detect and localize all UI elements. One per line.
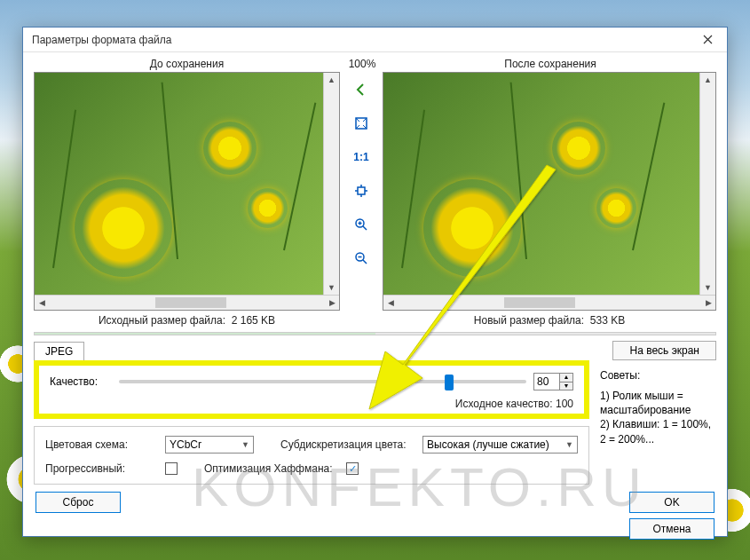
- original-size: Исходный размер файла: 2 165 KB: [34, 314, 340, 327]
- new-size-value: 533 KB: [590, 314, 625, 327]
- after-image: [383, 73, 699, 295]
- fit-icon: [354, 116, 368, 130]
- new-size-label: Новый размер файла:: [474, 314, 584, 327]
- close-icon: [703, 35, 713, 44]
- quality-slider[interactable]: [119, 380, 526, 383]
- original-size-label: Исходный размер файла:: [99, 314, 225, 327]
- color-scheme-label: Цветовая схема:: [45, 438, 165, 451]
- quality-spinner[interactable]: ▲ ▼: [533, 373, 573, 390]
- zoom-in-button[interactable]: [351, 214, 372, 235]
- scroll-up-icon[interactable]: ▲: [324, 73, 339, 87]
- zoom-out-icon: [354, 251, 368, 265]
- original-size-value: 2 165 KB: [232, 314, 275, 327]
- quality-highlight: Качество: ▲ ▼ Исходное: [34, 360, 589, 419]
- actual-size-button[interactable]: 1:1: [351, 146, 372, 168]
- scroll-left-icon[interactable]: ◀: [35, 296, 49, 310]
- original-quality: Исходное качество: 100: [50, 398, 573, 410]
- cancel-button[interactable]: Отмена: [629, 518, 714, 540]
- size-ratio-bar: [34, 332, 716, 335]
- reset-button[interactable]: Сброс: [36, 492, 121, 513]
- scroll-down-icon[interactable]: ▼: [324, 280, 339, 295]
- svg-rect-1: [358, 187, 365, 194]
- file-format-dialog: Параметры формата файла До сохранения 10…: [22, 27, 728, 537]
- huffman-label: Оптимизация Хаффмана:: [204, 462, 346, 475]
- ok-button[interactable]: OK: [629, 492, 714, 513]
- arrow-left-icon: [354, 83, 368, 97]
- chevron-down-icon: ▼: [565, 440, 573, 449]
- scroll-thumb[interactable]: [504, 297, 575, 308]
- spinner-up[interactable]: ▲: [560, 374, 572, 382]
- subsampling-combo[interactable]: Высокая (лучше сжатие) ▼: [422, 436, 578, 454]
- before-hscrollbar[interactable]: ◀ ▶: [35, 295, 339, 310]
- quality-label: Качество:: [50, 375, 112, 388]
- fit-button[interactable]: [351, 113, 372, 134]
- dialog-title: Параметры формата файла: [32, 34, 171, 46]
- chevron-down-icon: ▼: [241, 440, 249, 449]
- zoom-toolbar: 1:1: [340, 72, 383, 311]
- after-header: После сохранения: [384, 58, 716, 70]
- before-image: [35, 73, 323, 295]
- back-button[interactable]: [351, 79, 372, 100]
- tips-title: Советы:: [600, 369, 716, 382]
- close-button[interactable]: [693, 30, 722, 50]
- tips-panel: Советы: 1) Ролик мыши = масштабирование …: [600, 360, 716, 485]
- original-quality-label: Исходное качество:: [455, 398, 553, 410]
- before-vscrollbar[interactable]: ▲ ▼: [323, 73, 339, 295]
- color-scheme-combo[interactable]: YCbCr ▼: [165, 436, 254, 454]
- tips-line2: 2) Клавиши: 1 = 100%, 2 = 200%...: [600, 417, 716, 446]
- spinner-down[interactable]: ▼: [560, 382, 572, 390]
- progressive-label: Прогрессивный:: [45, 462, 165, 475]
- fullscreen-button[interactable]: На весь экран: [612, 341, 716, 360]
- new-size: Новый размер файла: 533 KB: [383, 314, 716, 327]
- scroll-right-icon[interactable]: ▶: [701, 296, 715, 310]
- progressive-checkbox[interactable]: [165, 462, 178, 475]
- scroll-down-icon[interactable]: ▼: [700, 280, 715, 295]
- expand-icon: [354, 184, 368, 198]
- subsampling-label: Субдискретизация цвета:: [280, 438, 422, 451]
- scroll-up-icon[interactable]: ▲: [700, 73, 715, 87]
- color-scheme-value: YCbCr: [170, 438, 201, 451]
- before-preview[interactable]: ▲ ▼ ◀ ▶: [34, 72, 340, 311]
- zoom-out-button[interactable]: [351, 248, 372, 269]
- scroll-right-icon[interactable]: ▶: [325, 296, 339, 310]
- after-hscrollbar[interactable]: ◀ ▶: [383, 295, 715, 310]
- original-quality-value: 100: [556, 398, 573, 410]
- huffman-checkbox[interactable]: ✓: [346, 462, 359, 475]
- quality-input[interactable]: [534, 374, 559, 390]
- scroll-left-icon[interactable]: ◀: [383, 296, 398, 310]
- after-preview[interactable]: ▲ ▼ ◀ ▶: [383, 72, 716, 311]
- slider-thumb[interactable]: [445, 375, 454, 390]
- before-header: До сохранения: [34, 58, 340, 70]
- titlebar: Параметры формата файла: [23, 28, 727, 52]
- jpeg-options: Цветовая схема: YCbCr ▼ Субдискретизация…: [34, 426, 589, 485]
- scroll-thumb[interactable]: [155, 297, 226, 308]
- tips-line1: 1) Ролик мыши = масштабирование: [600, 389, 716, 417]
- subsampling-value: Высокая (лучше сжатие): [427, 438, 549, 451]
- jpeg-tab[interactable]: JPEG: [34, 342, 84, 360]
- after-vscrollbar[interactable]: ▲ ▼: [699, 73, 715, 295]
- zoom-in-icon: [354, 217, 368, 232]
- expand-button[interactable]: [351, 180, 372, 201]
- zoom-label: 100%: [340, 58, 384, 70]
